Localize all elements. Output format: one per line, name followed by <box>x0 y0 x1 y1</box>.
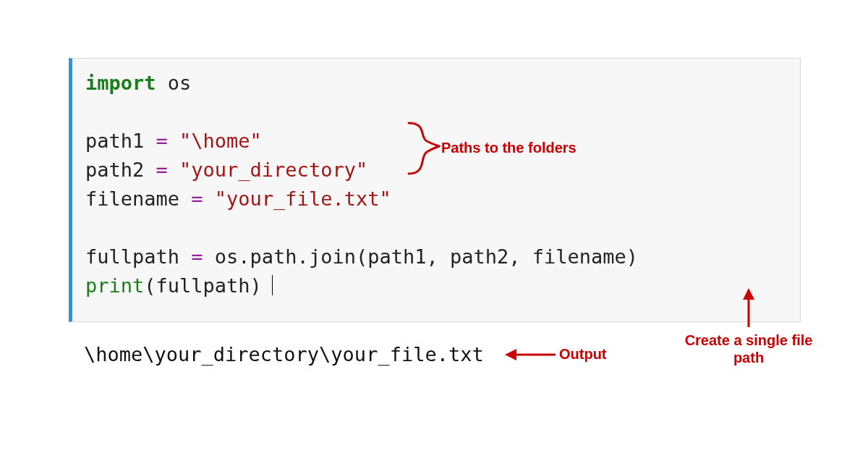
str-yourdir: "your_directory" <box>168 159 367 181</box>
var-path2: path2 <box>85 159 156 181</box>
code-block: import os path1 = "\home" path2 = "your_… <box>69 58 801 322</box>
op-assign-2: = <box>156 159 168 181</box>
code-explainer-figure: import os path1 = "\home" path2 = "your_… <box>0 0 868 456</box>
op-assign-1: = <box>156 130 168 152</box>
annot-create-path-label: Create a single file path <box>676 332 821 366</box>
code-line-4: path2 = "your_directory" <box>85 156 787 185</box>
str-filename: "your_file.txt" <box>203 187 391 210</box>
annot-paths-label: Paths to the folders <box>441 139 576 156</box>
text-cursor <box>272 275 273 295</box>
var-filename: filename <box>85 187 191 210</box>
fn-print: print <box>85 274 144 297</box>
call-ospathjoin: os.path.join(path1, path2, filename) <box>203 245 638 268</box>
code-line-7: fullpath = os.path.join(path1, path2, fi… <box>85 242 787 271</box>
annot-create-l2: path <box>733 350 764 366</box>
var-path1: path1 <box>85 130 156 152</box>
annot-create-l1: Create a single file <box>685 332 813 348</box>
code-line-blank-2 <box>85 214 787 242</box>
annot-output-label: Output <box>559 345 607 363</box>
op-assign-4: = <box>191 245 203 268</box>
code-line-8: print(fullpath) <box>85 271 787 300</box>
output-text: \home\your_directory\your_file.txt <box>84 340 484 369</box>
op-assign-3: = <box>191 187 203 210</box>
code-line-3: path1 = "\home" <box>85 127 787 156</box>
code-line-1: import os <box>85 69 787 98</box>
arrow-output-head-icon <box>505 349 516 360</box>
module-os: os <box>156 72 192 94</box>
str-home: "\home" <box>168 130 262 152</box>
call-print-args: (fullpath) <box>144 274 262 297</box>
var-fullpath: fullpath <box>85 245 191 268</box>
code-line-5: filename = "your_file.txt" <box>85 185 787 214</box>
code-line-blank-1 <box>85 98 787 127</box>
keyword-import: import <box>85 72 156 94</box>
